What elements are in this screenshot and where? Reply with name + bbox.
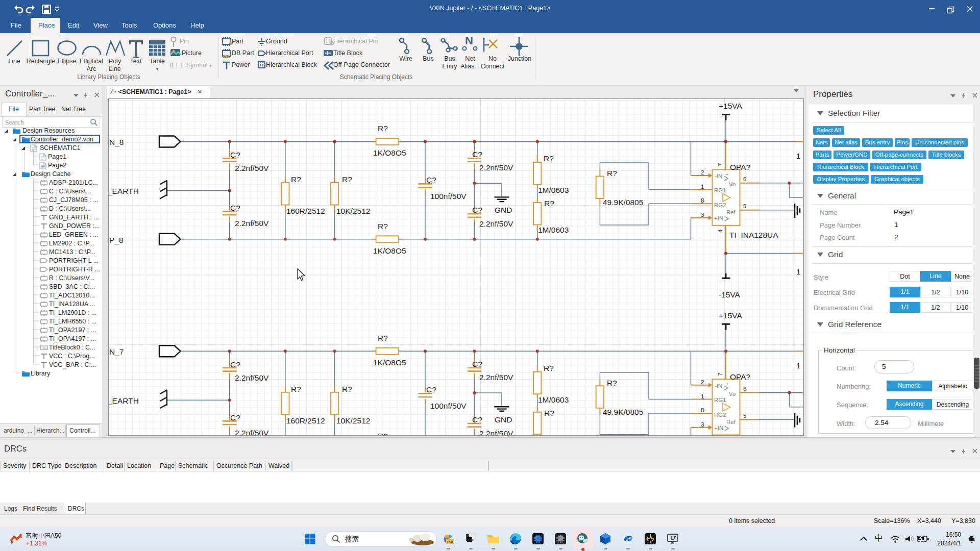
svg-text:GND: GND	[495, 206, 512, 214]
svg-text:2.2nf/50V: 2.2nf/50V	[235, 373, 269, 382]
svg-text:R?: R?	[544, 154, 554, 163]
svg-text:R?: R?	[342, 175, 352, 184]
svg-text:160R/2512: 160R/2512	[286, 207, 325, 215]
svg-text:N_8: N_8	[109, 138, 124, 146]
svg-text:+: +	[726, 171, 729, 177]
svg-text:1K/O8O5: 1K/O8O5	[373, 358, 406, 367]
svg-text:R?: R?	[544, 364, 554, 372]
svg-text:C?: C?	[472, 150, 482, 159]
svg-text:-15VA: -15VA	[719, 290, 741, 299]
svg-text:C?: C?	[472, 360, 482, 368]
svg-text:1: 1	[796, 267, 801, 276]
svg-text:+IN: +IN	[714, 215, 723, 221]
svg-text:100nf/50V: 100nf/50V	[430, 192, 467, 201]
svg-text:R?: R?	[378, 432, 388, 435]
svg-text:Ref: Ref	[726, 209, 736, 215]
svg-text:4: 4	[717, 229, 723, 233]
svg-text:2.2nf/50V: 2.2nf/50V	[479, 163, 513, 172]
svg-text:-IN: -IN	[715, 173, 722, 179]
svg-text:2.2nf/50V: 2.2nf/50V	[235, 429, 269, 435]
svg-text:TI_INA128UA: TI_INA128UA	[729, 231, 778, 239]
svg-text:2.2nf/50V: 2.2nf/50V	[235, 164, 269, 172]
svg-text:RG2: RG2	[714, 202, 726, 208]
svg-text:R?: R?	[544, 409, 554, 417]
svg-text:R?: R?	[291, 385, 301, 393]
svg-text:z: z	[972, 534, 974, 539]
svg-text:1M/0603: 1M/0603	[538, 186, 569, 194]
svg-text:Ref: Ref	[726, 419, 736, 425]
svg-text:3: 3	[701, 212, 704, 218]
svg-text:C?: C?	[426, 176, 436, 184]
svg-text:10K/2512: 10K/2512	[336, 416, 370, 425]
svg-text:R?: R?	[378, 124, 388, 133]
svg-text:PRE: PRE	[447, 540, 454, 544]
svg-text:R?: R?	[342, 385, 352, 393]
svg-text:C?: C?	[472, 415, 482, 424]
svg-text:8: 8	[701, 407, 704, 413]
svg-text:1K/O8O5: 1K/O8O5	[373, 148, 406, 157]
svg-text:2: 2	[701, 379, 704, 385]
svg-text:RG1: RG1	[714, 397, 726, 403]
svg-text:R?: R?	[544, 199, 554, 208]
svg-text:160R/2512: 160R/2512	[286, 416, 325, 425]
svg-text:2.2nf/50V: 2.2nf/50V	[235, 219, 269, 228]
svg-text:C?: C?	[426, 385, 436, 394]
svg-text:6: 6	[743, 386, 746, 392]
svg-text:1: 1	[796, 152, 801, 160]
svg-text:7: 7	[717, 372, 723, 375]
svg-text:1: 1	[701, 393, 704, 399]
svg-text:R?: R?	[607, 169, 617, 178]
svg-text:OPA?: OPA?	[730, 372, 751, 381]
svg-text:R?: R?	[378, 222, 388, 231]
svg-text:Vo: Vo	[729, 391, 736, 397]
svg-text:+IN: +IN	[714, 425, 723, 431]
svg-text:7: 7	[717, 163, 723, 166]
svg-text:+15VA: +15VA	[719, 311, 742, 320]
svg-text:C?: C?	[230, 204, 240, 212]
svg-text:+: +	[726, 381, 729, 387]
svg-text:1M/0603: 1M/0603	[538, 395, 569, 404]
svg-text:1K/O8O5: 1K/O8O5	[373, 246, 406, 255]
svg-text:Vo: Vo	[729, 181, 736, 187]
svg-text:49.9K/0805: 49.9K/0805	[603, 408, 643, 416]
svg-text:5: 5	[743, 413, 746, 419]
svg-text:1M/0603: 1M/0603	[538, 226, 569, 234]
svg-text:R?: R?	[291, 175, 301, 184]
svg-text:OPA?: OPA?	[730, 163, 751, 171]
svg-text:2.2nf/50V: 2.2nf/50V	[479, 373, 513, 382]
svg-text:RG2: RG2	[714, 412, 726, 418]
svg-text:6: 6	[743, 176, 746, 182]
svg-text:5: 5	[743, 203, 746, 209]
svg-text:10K/2512: 10K/2512	[336, 207, 370, 215]
svg-text:R?: R?	[607, 379, 617, 387]
svg-text:RG1: RG1	[714, 187, 726, 193]
svg-text:C?: C?	[230, 413, 240, 422]
svg-text:2.2nf/50V: 2.2nf/50V	[479, 429, 513, 435]
svg-text:2.2nf/50V: 2.2nf/50V	[479, 219, 513, 228]
svg-text:P_8: P_8	[109, 236, 124, 244]
svg-text:_EARTH: _EARTH	[109, 187, 139, 195]
svg-text:2: 2	[701, 169, 704, 176]
svg-text:N_7: N_7	[109, 347, 124, 356]
svg-text:C?: C?	[230, 151, 240, 159]
svg-text:49.9K/0805: 49.9K/0805	[603, 198, 643, 207]
svg-text:C?: C?	[472, 206, 482, 214]
svg-text:+15VA: +15VA	[719, 102, 742, 110]
svg-text:-IN: -IN	[715, 383, 722, 389]
svg-text:_EARTH: _EARTH	[109, 396, 139, 405]
svg-text:C?: C?	[230, 360, 240, 369]
svg-text:8: 8	[701, 197, 704, 204]
svg-text:1: 1	[796, 361, 801, 370]
svg-text:1: 1	[701, 184, 704, 190]
svg-text:R?: R?	[378, 334, 388, 342]
svg-text:DB: DB	[223, 54, 229, 59]
svg-text:N: N	[465, 34, 473, 47]
svg-text:3: 3	[701, 421, 704, 428]
svg-text:100nf/50V: 100nf/50V	[430, 402, 467, 410]
svg-text:GND: GND	[495, 415, 512, 424]
